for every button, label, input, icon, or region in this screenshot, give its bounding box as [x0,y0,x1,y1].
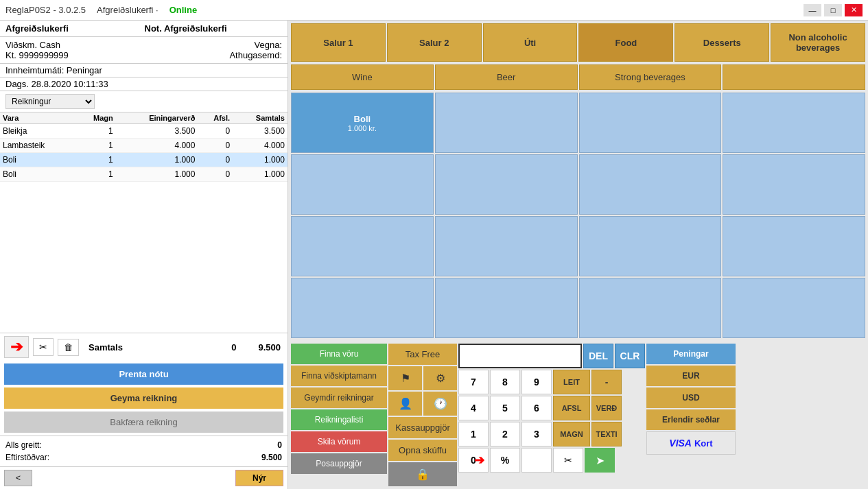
texti-button[interactable]: TEXTI [591,422,622,446]
num-4-button[interactable]: 4 [458,396,489,420]
usd-button[interactable]: USD [646,387,736,408]
eur-button[interactable]: EUR [646,366,736,386]
product-price: 1.000 kr. [348,124,377,132]
kort-button[interactable]: VISA Kort [646,431,736,455]
posauppgjor-button[interactable]: Posauppgjör [291,453,387,474]
alls-greitt-value: 0 [277,440,282,450]
category-tab-2[interactable]: Úti [483,23,578,62]
numpad-row-input: DEL CLR [458,344,645,368]
scissors-numpad-button[interactable]: ✂ [553,448,583,473]
nav-new-button[interactable]: Nýr [235,470,283,486]
sub-tab-3[interactable] [723,64,865,90]
numpad-row-456: 4 5 6 AFSL VERÐ [458,396,645,420]
minus-button[interactable]: - [591,370,622,394]
eftirstodvar-value: 9.500 [261,453,282,462]
sub-tab-1[interactable]: Beer [435,64,578,90]
numpad-row-0: 0 ➔ % ✂ ➤ [458,448,645,473]
num-8-button[interactable]: 8 [490,370,520,394]
sub-tab-0[interactable]: Wine [291,64,434,90]
finna-voru-button[interactable]: Finna vöru [291,344,387,364]
magn-button[interactable]: MAGN [553,422,590,446]
erlendir-sedlar-button[interactable]: Erlendir seðlar [646,409,736,430]
kassauppgjor-button[interactable]: Kassauppgjör [388,417,457,438]
prenta-notu-button[interactable]: Prenta nótu [4,363,283,385]
category-tab-3[interactable]: Food [578,23,673,62]
close-button[interactable]: ✕ [845,4,863,16]
numpad-row-789: 7 8 9 LEIT - [458,370,645,394]
arrow-right-button[interactable]: ➤ [585,448,615,473]
scissors-button[interactable]: ✂ [33,338,54,356]
reikningalisti-button[interactable]: Reikningalisti [291,409,387,430]
num-9-button[interactable]: 9 [521,370,552,394]
percent-button[interactable]: ➔ % [490,448,520,473]
lock-button[interactable]: 🔒 [388,462,457,486]
verd-button[interactable]: VERÐ [591,396,622,420]
nav-prev-button[interactable]: < [4,470,32,486]
sub-tab-2[interactable]: Strong beverages [579,64,722,90]
skila-vorum-button[interactable]: Skila vörum [291,431,387,452]
leit-button[interactable]: LEIT [553,370,590,394]
customer-info: Viðskm. Cash Vegna: Kt. 9999999999 Athug… [0,37,288,64]
category-tab-4[interactable]: Desserts [675,23,769,62]
category-tab-0[interactable]: Salur 1 [291,23,386,62]
bottom-controls: Finna vöru Finna viðskiptamann Geymdir r… [288,341,868,489]
items-table: Vara Magn Einingarverð Afsl. Samtals Ble… [0,112,288,333]
opna-skuffu-button[interactable]: Opna skúffu [388,440,457,461]
geymdir-reikningar-button[interactable]: Geymdir reikningar [291,387,387,408]
tax-free-button[interactable]: Tax Free [388,344,457,365]
num-2-button[interactable]: 2 [490,422,520,446]
icon-buttons-row2: 👤 🕐 [388,392,457,416]
flag-button[interactable]: ⚑ [388,366,422,390]
person-button[interactable]: 👤 [388,392,422,416]
clr-button[interactable]: CLR [615,344,645,368]
num-7-button[interactable]: 7 [458,370,489,394]
bakfaera-reikning-button[interactable]: Bakfæra reikning [4,412,283,433]
table-row[interactable]: Boli 1 1.000 0 1.000 [0,167,288,182]
item-magn: 1 [75,139,115,153]
trash-button[interactable]: 🗑 [58,339,79,356]
item-magn: 1 [75,167,115,182]
samtals-number: 0 [231,342,236,353]
product-cell-5 [435,154,578,215]
item-afsl: 0 [198,153,233,167]
settings-button[interactable]: ⚙ [423,366,457,390]
item-samtals: 4.000 [233,139,288,153]
action-buttons: Prenta nótu Geyma reikning Bakfæra reikn… [0,361,288,436]
num-3-button[interactable]: 3 [521,422,552,446]
product-cell-4 [291,154,434,215]
table-row[interactable]: Boli 1 1.000 0 1.000 [0,153,288,167]
product-name: Boli [354,114,371,124]
product-cell-2 [579,93,722,153]
lock-row: 🔒 [388,462,457,486]
app-name: ReglaP0S2 - 3.0.2.5 [5,5,86,15]
table-row[interactable]: Lambasteik 1 4.000 0 4.000 [0,139,288,153]
vegna-label: Vegna: [255,40,283,50]
product-cell-0[interactable]: Boli1.000 kr. [291,93,434,153]
dropdown-row[interactable]: Reikningur [0,91,288,112]
numpad-input[interactable] [458,344,582,368]
afsl-button[interactable]: AFSL [553,396,590,420]
table-row[interactable]: Bleikja 1 3.500 0 3.500 [0,124,288,139]
reikningur-select[interactable]: Reikningur [5,94,95,109]
arrow-left-button[interactable]: ➔ [4,336,29,358]
peningar-button[interactable]: Peningar [646,344,736,364]
geyma-reikning-button[interactable]: Geyma reikning [4,387,283,409]
clock-button[interactable]: 🕐 [423,392,457,416]
samtals-total: 9.500 [258,342,281,353]
num-6-button[interactable]: 6 [521,396,552,420]
num-1-button[interactable]: 1 [458,422,489,446]
finna-vidskiptamann-button[interactable]: Finna viðskiptamann [291,366,387,386]
alls-greitt-label: Alls greitt: [5,440,42,450]
date-label: Dags. 28.8.2020 10:11:33 [5,79,108,89]
del-button[interactable]: DEL [583,344,613,368]
minimize-button[interactable]: — [804,4,821,16]
bottom-totals: Alls greitt: 0 Eftirstöðvar: 9.500 [0,436,288,466]
product-cell-11 [723,216,865,276]
category-tab-5[interactable]: Non alcoholic beverages [771,23,865,62]
product-cell-14 [579,278,722,338]
col-magn: Magn [75,112,115,124]
category-tab-1[interactable]: Salur 2 [387,23,482,62]
maximize-button[interactable]: □ [824,4,842,16]
product-cell-10 [579,216,722,276]
num-5-button[interactable]: 5 [490,396,520,420]
